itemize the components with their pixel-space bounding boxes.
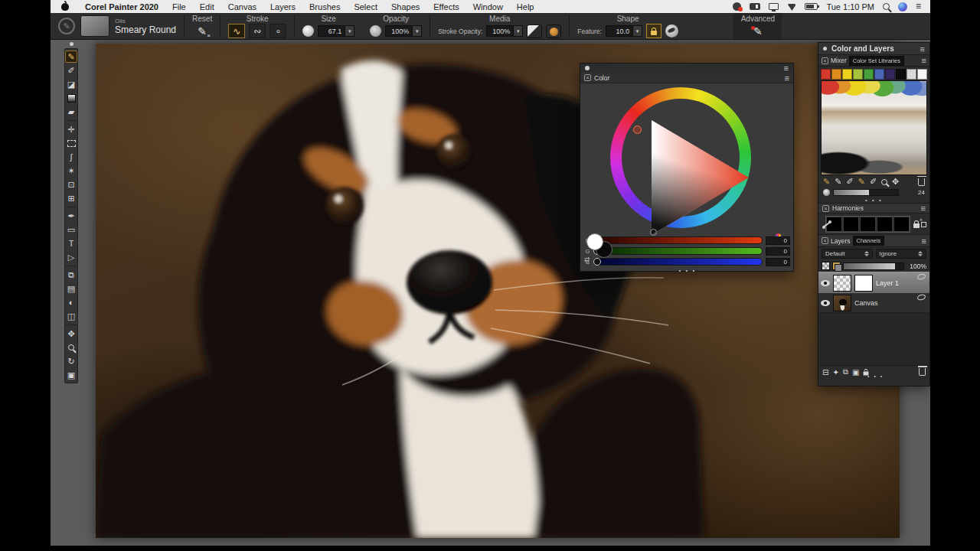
rubber-stamp-tool-icon[interactable]: ▤ — [65, 282, 77, 295]
tab-color-set-libraries[interactable]: Color Set Libraries — [849, 56, 904, 66]
layout-grid-tool-icon[interactable]: ▣ — [65, 369, 77, 381]
layer-options-icon[interactable]: ⊟ — [822, 368, 828, 377]
layer-adjuster-tool-icon[interactable]: ✛ — [65, 123, 77, 135]
layer-visibility-icon[interactable] — [821, 280, 830, 286]
close-icon[interactable]: × — [822, 237, 828, 244]
harmony-lock-icon[interactable] — [913, 223, 920, 228]
panel-resize-dots[interactable]: • • • — [867, 373, 884, 379]
transform-tool-icon[interactable]: ⊡ — [65, 178, 77, 191]
panel-handle-dot[interactable] — [823, 47, 827, 51]
layer-name[interactable]: Canvas — [854, 299, 878, 307]
menu-file[interactable]: File — [165, 2, 193, 11]
menu-help[interactable]: Help — [510, 2, 541, 11]
clear-mixer-pad-icon[interactable] — [918, 178, 925, 186]
opacity-value-dropdown[interactable]: 100% ▾ — [385, 25, 422, 37]
eraser-tool-icon[interactable]: ▰ — [65, 106, 77, 118]
magnifier-tool-icon[interactable] — [65, 341, 77, 354]
layers-options-icon[interactable]: ≡ — [922, 237, 926, 245]
brush-selector[interactable]: ✎ Oils Smeary Round — [51, 13, 184, 39]
harmonies-options-icon[interactable]: ≡ — [921, 204, 926, 212]
chevron-down-icon[interactable]: ▾ — [633, 25, 642, 37]
new-layer-icon[interactable]: ⧉ — [843, 367, 848, 377]
wifi-icon[interactable] — [787, 2, 796, 11]
menu-brushes[interactable]: Brushes — [302, 2, 347, 11]
swatch[interactable] — [885, 69, 895, 80]
lasso-tool-icon[interactable]: ʃ — [65, 151, 77, 163]
rect-selection-tool-icon[interactable] — [65, 137, 77, 149]
blend-mode-select[interactable]: Default — [822, 249, 873, 259]
reset-brush-icon[interactable]: ✎ — [198, 25, 207, 37]
rect-shape-tool-icon[interactable]: ▭ — [65, 223, 77, 236]
spotlight-icon[interactable] — [883, 3, 890, 10]
panel-resize-dots[interactable]: • • • — [580, 267, 795, 274]
swatch[interactable] — [821, 69, 831, 80]
mixer-pan-icon[interactable]: ✥ — [892, 177, 899, 187]
mixer-pad[interactable] — [821, 80, 927, 175]
crop-tool-icon[interactable]: ⊞ — [65, 192, 77, 204]
camera-icon[interactable] — [750, 3, 760, 10]
layer-opacity-slider[interactable] — [843, 262, 904, 270]
feature-dropdown[interactable]: 10.0 ▾ — [606, 25, 642, 37]
dock-titlebar[interactable]: Color and Layers ≡ — [818, 43, 929, 55]
menu-window[interactable]: Window — [466, 2, 510, 11]
menu-effects[interactable]: Effects — [426, 2, 466, 11]
app-menu[interactable]: Corel Painter 2020 — [78, 2, 165, 11]
menu-shapes[interactable]: Shapes — [384, 2, 426, 11]
stroke-opacity-value[interactable]: 100% — [486, 25, 514, 37]
swatch[interactable] — [917, 69, 927, 80]
menu-canvas[interactable]: Canvas — [221, 2, 263, 11]
swatch[interactable] — [864, 69, 874, 80]
tab-layers[interactable]: Layers — [831, 237, 851, 245]
tab-channels[interactable]: Channels — [853, 236, 885, 246]
magic-wand-tool-icon[interactable]: ✶ — [65, 165, 77, 177]
close-icon[interactable]: × — [822, 57, 828, 64]
gradient-tool-icon[interactable] — [65, 92, 77, 104]
green-slider[interactable] — [593, 247, 763, 255]
swatch[interactable] — [896, 69, 906, 80]
text-tool-icon[interactable]: T — [65, 237, 77, 249]
stroke-jitter-icon[interactable] — [665, 24, 678, 37]
menu-layers[interactable]: Layers — [263, 2, 302, 11]
paint-bucket-tool-icon[interactable]: ◪ — [65, 78, 77, 90]
red-value[interactable]: 0 — [766, 236, 790, 245]
feature-value[interactable]: 10.0 — [606, 25, 633, 37]
toolbox-handle-dot[interactable] — [70, 42, 74, 46]
cloner-tool-icon[interactable]: ⧉ — [65, 269, 77, 281]
menu-select[interactable]: Select — [347, 2, 384, 11]
advanced-brush-settings-icon[interactable]: ✎ — [753, 25, 763, 37]
close-icon[interactable]: × — [584, 74, 591, 81]
straight-line-stroke-icon[interactable]: ∾ — [249, 24, 266, 38]
opacity-value[interactable]: 100% — [385, 25, 413, 37]
preserve-transparency-icon[interactable] — [822, 262, 830, 270]
screen-record-icon[interactable] — [733, 2, 741, 11]
dab-preview-icon[interactable]: ✎ — [58, 18, 75, 34]
size-value-dropdown[interactable]: 67.1 ▾ — [318, 25, 354, 37]
blue-value[interactable]: 0 — [766, 258, 790, 266]
menu-edit[interactable]: Edit — [193, 2, 221, 11]
mixer-zoom-icon[interactable] — [881, 179, 887, 185]
tab-mixer[interactable]: Mixer — [831, 57, 847, 64]
swatch[interactable] — [831, 69, 841, 80]
swatch[interactable] — [906, 69, 916, 80]
color-panel-titlebar[interactable]: ≡ — [580, 64, 793, 73]
layer-opacity-value[interactable]: 100% — [906, 262, 926, 270]
grabber-tool-icon[interactable]: ✥ — [65, 328, 77, 340]
harmonies-title[interactable]: Harmonies — [832, 204, 864, 212]
dock-menu-icon[interactable]: ≡ — [920, 45, 925, 53]
chevron-down-icon[interactable]: ▾ — [345, 25, 354, 37]
apple-menu-icon[interactable] — [61, 3, 69, 11]
panel-resize-dots[interactable]: • • • — [865, 197, 883, 204]
mixer-size-slider[interactable] — [833, 189, 899, 196]
blue-slider-handle[interactable] — [593, 258, 601, 266]
layer-list-empty-area[interactable] — [818, 313, 929, 365]
red-slider[interactable] — [593, 236, 763, 244]
dynamic-plugins-icon[interactable]: ✦ — [832, 368, 838, 377]
hue-marker[interactable] — [633, 126, 642, 134]
dropper-tool-icon[interactable]: ✐ — [65, 64, 77, 77]
shape-selection-tool-icon[interactable]: ▷ — [65, 251, 77, 263]
swatch[interactable] — [874, 69, 884, 80]
notification-center-icon[interactable]: ≡ — [916, 2, 921, 11]
chevron-down-icon[interactable]: ▾ — [413, 25, 422, 37]
tab-color[interactable]: Color — [594, 74, 609, 82]
flow-map-icon[interactable] — [546, 24, 561, 38]
